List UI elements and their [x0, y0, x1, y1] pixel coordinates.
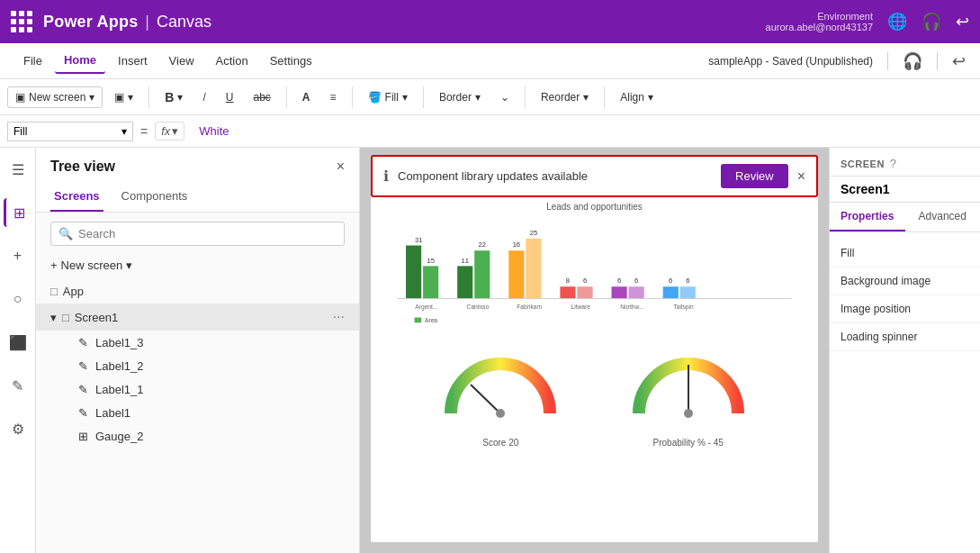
screen-help-icon[interactable]: ?: [890, 157, 896, 170]
border-button[interactable]: Border ▾: [431, 86, 489, 108]
fx-button[interactable]: fx ▾: [155, 122, 184, 141]
formula-value[interactable]: White: [192, 124, 973, 138]
svg-rect-31: [415, 318, 422, 323]
italic-button[interactable]: /: [194, 86, 213, 108]
undo-top-icon[interactable]: ↩: [956, 12, 969, 32]
svg-text:6: 6: [686, 276, 689, 285]
bold-button[interactable]: B ▾: [157, 86, 191, 109]
connections-icon[interactable]: ✎: [4, 371, 32, 400]
title-separator: |: [145, 13, 149, 32]
prop-loading-spinner[interactable]: Loading spinner: [830, 323, 980, 351]
screen1-more-icon[interactable]: ···: [333, 309, 345, 325]
menu-home[interactable]: Home: [55, 48, 105, 74]
font-color-button[interactable]: A: [294, 86, 319, 108]
italic-icon: /: [202, 91, 205, 104]
tab-components[interactable]: Components: [118, 182, 192, 212]
fill-button[interactable]: 🪣 Fill ▾: [360, 86, 416, 108]
app-title: Power Apps: [43, 13, 138, 32]
strikethrough-button[interactable]: abc: [246, 86, 279, 108]
gauge2-label: Probability % - 45: [621, 438, 756, 448]
search-input[interactable]: [78, 227, 337, 240]
menu-insert[interactable]: Insert: [109, 49, 157, 73]
data-icon[interactable]: ○: [4, 285, 32, 313]
underline-button[interactable]: U: [218, 86, 242, 108]
chevron-down-icon: ⌄: [500, 91, 509, 104]
app-status: sampleApp - Saved (Unpublished): [708, 55, 873, 68]
tab-properties[interactable]: Properties: [830, 203, 905, 231]
menu-view[interactable]: View: [160, 49, 203, 73]
svg-rect-5: [474, 250, 490, 298]
svg-text:Argent...: Argent...: [415, 304, 437, 311]
property-chevron: ▾: [121, 125, 127, 138]
align-right-button[interactable]: Align ▾: [612, 86, 661, 108]
new-screen-chevron: ▾: [89, 91, 94, 104]
fill-chevron: ▾: [402, 91, 408, 104]
media-icon[interactable]: ⬛: [4, 328, 32, 357]
toolbar-sep5: [525, 86, 526, 108]
headphone-menu-icon[interactable]: 🎧: [903, 51, 922, 71]
svg-rect-13: [577, 286, 592, 298]
headset-icon[interactable]: 🎧: [922, 12, 941, 32]
env-label: Environment: [766, 11, 873, 22]
tree-item-label1[interactable]: ✎ Label1: [36, 401, 359, 424]
shape-dropdown[interactable]: ▣ ▾: [106, 86, 141, 108]
waffle-icon[interactable]: [11, 11, 32, 32]
tab-screens[interactable]: Screens: [50, 182, 103, 212]
property-select[interactable]: Fill ▾: [7, 122, 133, 141]
environment-block: Environment aurora.abel@nord43137: [766, 11, 873, 32]
tree-item-label1-3[interactable]: ✎ Label1_3: [36, 331, 359, 354]
new-screen-tree-button[interactable]: + New screen ▾: [36, 255, 359, 276]
new-screen-button[interactable]: ▣ New screen ▾: [7, 86, 103, 108]
svg-rect-17: [629, 286, 644, 298]
svg-rect-21: [680, 286, 696, 298]
globe-icon[interactable]: 🌐: [887, 12, 907, 32]
menu-action[interactable]: Action: [207, 49, 257, 73]
screen-name: Screen1: [830, 177, 980, 203]
menu-settings[interactable]: Settings: [261, 49, 321, 73]
reorder-button[interactable]: Reorder ▾: [533, 86, 597, 108]
toolbar: ▣ New screen ▾ ▣ ▾ B ▾ / U abc A ≡ 🪣 Fil…: [0, 79, 980, 115]
tree-items: □ App ▾ □ Screen1 ··· ✎ Label1_3 ✎ Label…: [36, 279, 359, 553]
undo-menu-icon[interactable]: ↩: [952, 51, 966, 71]
menu-file[interactable]: File: [14, 49, 51, 73]
layers-icon[interactable]: ⊞: [4, 198, 32, 227]
label1-2-label: Label1_2: [95, 359, 144, 373]
gauge1-svg: [433, 341, 568, 431]
hamburger-icon[interactable]: ☰: [4, 155, 32, 184]
close-sidebar-button[interactable]: ×: [337, 159, 345, 175]
svg-text:6: 6: [669, 276, 672, 285]
env-email: aurora.abel@nord43137: [766, 22, 873, 32]
svg-text:Fabrikam: Fabrikam: [517, 304, 542, 310]
svg-text:16: 16: [513, 240, 520, 249]
svg-text:Litware: Litware: [571, 304, 591, 310]
reorder-chevron: ▾: [583, 91, 589, 104]
tree-item-gauge2[interactable]: ⊞ Gauge_2: [36, 424, 359, 448]
search-box[interactable]: 🔍: [50, 222, 345, 246]
settings-icon[interactable]: ⚙: [4, 414, 32, 443]
tree-item-label1-2[interactable]: ✎ Label1_2: [36, 354, 359, 377]
align-icon: ≡: [330, 91, 337, 104]
align-button[interactable]: ≡: [322, 86, 345, 108]
reorder-label: Reorder: [541, 91, 580, 104]
tree-item-label1-1[interactable]: ✎ Label1_1: [36, 377, 359, 401]
add-icon[interactable]: +: [4, 241, 32, 270]
notification-info-icon: ℹ: [383, 168, 389, 185]
screen-section-header: SCREEN ?: [830, 148, 980, 177]
tab-advanced[interactable]: Advanced: [905, 203, 981, 231]
prop-fill[interactable]: Fill: [830, 240, 980, 267]
review-button[interactable]: Review: [721, 164, 788, 188]
bar-chart-area: 31 15 11 22 16 25 8 6: [371, 215, 818, 332]
label1-3-label: Label1_3: [95, 336, 144, 349]
prop-background-image[interactable]: Background image: [830, 267, 980, 295]
prop-image-position[interactable]: Image position: [830, 295, 980, 323]
font-color-icon: A: [302, 91, 310, 104]
notification-close-button[interactable]: ×: [797, 168, 805, 185]
screen1-label: Screen1: [75, 311, 328, 324]
chevron-down-button[interactable]: ⌄: [492, 86, 517, 108]
svg-rect-1: [423, 266, 438, 298]
svg-point-34: [496, 409, 505, 418]
formula-bar: Fill ▾ = fx ▾ White: [0, 115, 980, 148]
tree-item-app[interactable]: □ App: [36, 279, 359, 304]
sidebar: Tree view × Screens Components 🔍 + New s…: [36, 148, 360, 553]
tree-item-screen1[interactable]: ▾ □ Screen1 ···: [36, 304, 359, 331]
